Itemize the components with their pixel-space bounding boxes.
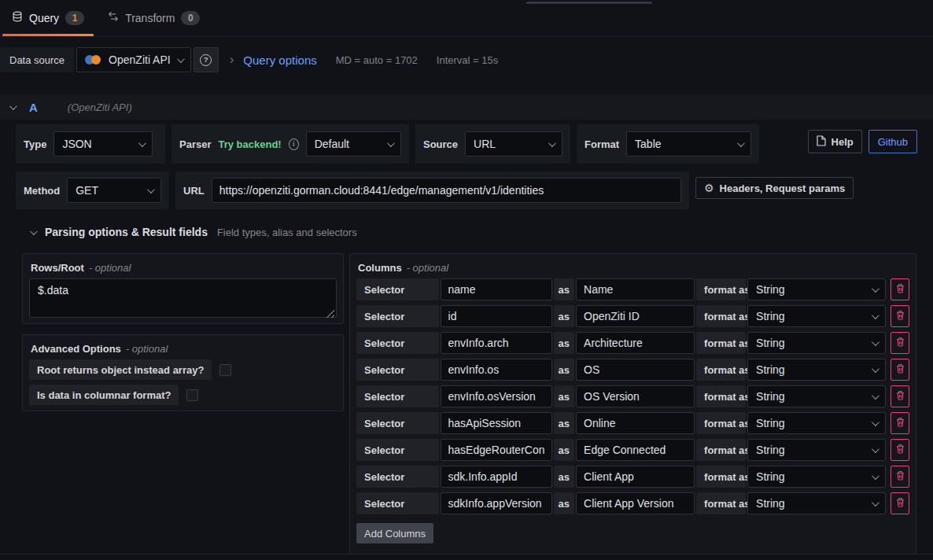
pane-resize-handle[interactable] bbox=[526, 2, 652, 4]
delete-column-button[interactable] bbox=[891, 412, 909, 434]
rows-root-label: Rows/Root bbox=[31, 262, 84, 274]
alias-input[interactable] bbox=[576, 385, 695, 407]
alias-input[interactable] bbox=[576, 412, 695, 434]
alias-input[interactable] bbox=[576, 305, 695, 327]
root-returns-object-checkbox[interactable] bbox=[219, 364, 231, 376]
type-field-group: Type JSON bbox=[16, 124, 165, 164]
section-divider bbox=[0, 554, 933, 554]
github-button[interactable]: Github bbox=[868, 130, 917, 153]
chevron-down-icon bbox=[872, 311, 880, 319]
help-button[interactable]: Help bbox=[808, 130, 862, 153]
column-rows: Selector as format as String Selector as… bbox=[356, 278, 909, 514]
selector-input[interactable] bbox=[441, 305, 552, 327]
source-label: Source bbox=[423, 138, 458, 150]
help-button-label: Help bbox=[832, 136, 854, 148]
method-select-value: GET bbox=[76, 184, 98, 197]
editor-row-2: Method GET URL ⚙ Headers, Request params bbox=[16, 171, 917, 209]
format-select[interactable]: String bbox=[747, 412, 886, 434]
selector-input[interactable] bbox=[441, 466, 552, 488]
alias-input[interactable] bbox=[576, 332, 695, 354]
delete-column-button[interactable] bbox=[891, 305, 909, 327]
query-datasource-hint: (OpenZiti API) bbox=[68, 101, 132, 113]
url-input[interactable] bbox=[212, 178, 681, 203]
format-as-chip-label: format as bbox=[696, 385, 746, 407]
chevron-down-icon bbox=[138, 139, 146, 147]
alias-input[interactable] bbox=[576, 359, 695, 381]
selector-input[interactable] bbox=[441, 412, 552, 434]
chevron-down-icon bbox=[872, 285, 880, 293]
transform-icon bbox=[108, 11, 119, 25]
url-label: URL bbox=[183, 185, 205, 197]
delete-column-button[interactable] bbox=[891, 439, 909, 461]
columnar-format-label: Is data in columnar format? bbox=[29, 385, 179, 405]
column-row: Selector as format as String bbox=[356, 278, 909, 300]
type-select[interactable]: JSON bbox=[53, 131, 153, 157]
datasource-help-button[interactable]: ? bbox=[194, 47, 219, 72]
format-select[interactable]: String bbox=[747, 385, 886, 407]
format-select[interactable]: Table bbox=[626, 131, 751, 157]
selector-input[interactable] bbox=[441, 359, 552, 381]
delete-column-button[interactable] bbox=[891, 278, 909, 300]
format-as-chip-label: format as bbox=[696, 492, 746, 514]
gear-icon: ⚙ bbox=[704, 182, 714, 193]
chevron-down-icon bbox=[872, 499, 880, 507]
query-row-header[interactable]: A (OpenZiti API) bbox=[0, 94, 933, 120]
alias-input[interactable] bbox=[576, 278, 695, 300]
format-select[interactable]: String bbox=[747, 466, 886, 488]
datasource-label: Data source bbox=[0, 47, 74, 72]
tab-query[interactable]: Query 1 bbox=[0, 0, 96, 36]
format-select[interactable]: String bbox=[747, 492, 886, 514]
delete-column-button[interactable] bbox=[891, 492, 909, 514]
format-select[interactable]: String bbox=[747, 278, 886, 300]
columnar-format-checkbox[interactable] bbox=[186, 389, 198, 401]
query-count-badge: 1 bbox=[65, 11, 84, 25]
as-chip-label: as bbox=[554, 385, 575, 407]
collapse-chevron-icon bbox=[9, 102, 17, 110]
delete-column-button[interactable] bbox=[891, 466, 909, 488]
alias-input[interactable] bbox=[576, 492, 695, 514]
format-select-value: String bbox=[756, 283, 785, 296]
format-field-group: Format Table bbox=[577, 124, 759, 164]
parsing-options-header[interactable]: Parsing options & Result fields Field ty… bbox=[30, 226, 357, 238]
add-columns-button[interactable]: Add Columns bbox=[356, 523, 433, 543]
method-select[interactable]: GET bbox=[67, 178, 161, 203]
format-select-value: String bbox=[756, 337, 785, 349]
query-ref-id: A bbox=[29, 101, 38, 114]
delete-column-button[interactable] bbox=[891, 332, 909, 354]
selector-chip-label: Selector bbox=[356, 305, 439, 327]
parser-select[interactable]: Default bbox=[306, 131, 401, 157]
chevron-down-icon bbox=[147, 186, 155, 193]
parsing-options-subtitle: Field types, alias and selectors bbox=[217, 227, 357, 238]
textarea-resize-grip[interactable] bbox=[326, 310, 334, 318]
as-chip-label: as bbox=[554, 359, 575, 381]
format-select[interactable]: String bbox=[747, 332, 886, 354]
advanced-option-row: Root returns object instead array? bbox=[29, 359, 337, 380]
selector-input[interactable] bbox=[441, 385, 552, 407]
tab-transform[interactable]: Transform 0 bbox=[96, 0, 212, 36]
trash-icon bbox=[895, 470, 905, 483]
as-chip-label: as bbox=[554, 492, 575, 514]
datasource-picker[interactable]: OpenZiti API bbox=[76, 47, 191, 72]
format-select[interactable]: String bbox=[747, 439, 886, 461]
delete-column-button[interactable] bbox=[891, 385, 909, 407]
rows-root-input[interactable]: $.data bbox=[29, 278, 337, 318]
selector-input[interactable] bbox=[441, 492, 552, 514]
selector-input[interactable] bbox=[441, 332, 552, 354]
query-options-link[interactable]: Query options bbox=[243, 53, 316, 67]
as-chip-label: as bbox=[554, 332, 575, 354]
headers-request-params-button[interactable]: ⚙ Headers, Request params bbox=[695, 177, 854, 199]
github-button-label: Github bbox=[878, 136, 908, 148]
try-backend-hint[interactable]: Try backend! bbox=[218, 138, 281, 150]
advanced-options-label-row: Advanced Options - optional bbox=[31, 343, 337, 355]
format-select[interactable]: String bbox=[747, 359, 886, 381]
source-select[interactable]: URL bbox=[465, 131, 562, 157]
alias-input[interactable] bbox=[576, 439, 695, 461]
format-as-chip-label: format as bbox=[696, 466, 746, 488]
alias-input[interactable] bbox=[576, 466, 695, 488]
selector-input[interactable] bbox=[441, 439, 552, 461]
delete-column-button[interactable] bbox=[891, 359, 909, 381]
selector-chip-label: Selector bbox=[356, 439, 439, 461]
selector-input[interactable] bbox=[441, 278, 552, 300]
tab-query-label: Query bbox=[29, 12, 59, 24]
format-select[interactable]: String bbox=[747, 305, 886, 327]
